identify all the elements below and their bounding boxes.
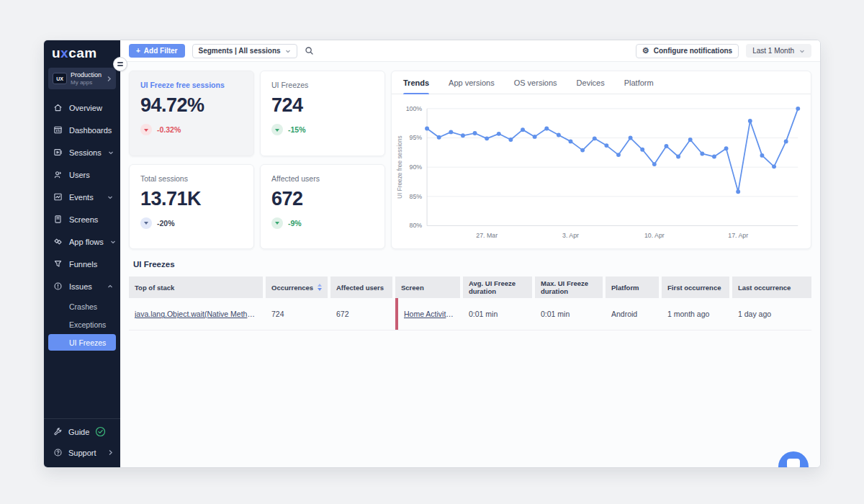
sidebar-item-ui-freezes[interactable]: UI Freezes [48, 334, 116, 351]
metric-value: 672 [271, 188, 374, 210]
sidebar-item-label: Sessions [69, 148, 102, 157]
sidebar: uxcam UX Production - ... My apps Overvi… [44, 40, 120, 467]
metric-card-ui-freezes[interactable]: UI Freezes 724 -15% [260, 71, 385, 156]
metric-value: 94.72% [140, 94, 243, 117]
metric-card-ui-freeze-free-sessions[interactable]: UI Freeze free sessions 94.72% -0.32% [129, 71, 254, 156]
last-occurrence-value: 1 day ago [732, 298, 811, 330]
sidebar-item-events[interactable]: Events [44, 186, 120, 208]
metric-title: Affected users [271, 174, 374, 183]
sidebar-item-screens[interactable]: Screens [44, 208, 120, 230]
sidebar-item-label: App flows [69, 238, 104, 246]
sidebar-item-support[interactable]: Support [44, 442, 120, 463]
column-header-affected-users: Affected users [330, 276, 392, 298]
trend-down-icon [271, 217, 283, 229]
svg-text:UI Freeze free sessions: UI Freeze free sessions [396, 135, 403, 199]
chevron-down-icon [799, 48, 805, 54]
sidebar-item-label: Dashboards [69, 126, 112, 135]
svg-text:100%: 100% [406, 105, 423, 112]
sidebar-item-issues[interactable]: Issues [44, 275, 120, 297]
trend-chart: 100%95%90%85%80%27. Mar3. Apr10. Apr17. … [392, 94, 811, 248]
column-header-last-occurrence: Last occurrence [732, 276, 811, 298]
chevron-up-icon [107, 284, 113, 289]
svg-text:85%: 85% [410, 193, 423, 200]
funnel-icon [53, 259, 63, 269]
affected-users-value: 672 [330, 298, 392, 330]
daterange-selector[interactable]: Last 1 Month [746, 44, 811, 58]
max-duration-value: 0:01 min [535, 298, 603, 330]
column-header-avg-duration: Avg. UI Freeze duration [463, 276, 532, 298]
sidebar-collapse-button[interactable] [113, 57, 127, 71]
metric-delta: -0.32% [157, 125, 181, 134]
sidebar-item-label: Issues [69, 282, 92, 291]
column-header-occurrences[interactable]: Occurrences [266, 276, 328, 298]
chevron-down-icon [108, 150, 114, 156]
users-icon [53, 170, 63, 179]
sidebar-item-guide[interactable]: Guide [44, 421, 120, 442]
sidebar-item-app-flows[interactable]: App flows [44, 230, 120, 253]
sidebar-item-exceptions[interactable]: Exceptions [44, 315, 120, 333]
app-flows-icon [53, 237, 63, 246]
column-header-first-occurrence: First occurrence [662, 276, 729, 298]
sessions-icon [53, 148, 63, 157]
metric-value: 13.71K [140, 188, 243, 210]
column-header-top-of-stack: Top of stack [129, 276, 263, 298]
tab-devices[interactable]: Devices [577, 71, 605, 94]
daterange-label: Last 1 Month [752, 47, 794, 55]
sidebar-item-label: Funnels [69, 260, 97, 269]
chat-icon [787, 459, 800, 467]
table-row: java.lang.Object.wait(Native Method) 724… [129, 298, 811, 330]
metric-title: UI Freezes [271, 81, 374, 89]
dashboard-icon [53, 125, 63, 135]
app-badge: UX [53, 73, 67, 84]
help-circle-icon [53, 448, 63, 457]
configure-notifications-button[interactable]: ⚙ Configure notifications [636, 44, 739, 58]
metric-delta: -20% [157, 219, 175, 228]
uxcam-logo: uxcam [44, 40, 120, 63]
add-filter-button[interactable]: + Add Filter [129, 44, 185, 58]
svg-text:80%: 80% [410, 222, 423, 229]
search-icon[interactable] [305, 46, 314, 55]
tab-platform[interactable]: Platform [624, 71, 654, 94]
segments-selector[interactable]: Segments | All sessions [192, 44, 297, 58]
gear-icon: ⚙ [642, 47, 649, 55]
trend-down-icon [140, 217, 152, 229]
topbar: + Add Filter Segments | All sessions ⚙ C… [120, 40, 820, 62]
home-icon [53, 103, 63, 112]
sidebar-item-label: Support [68, 449, 96, 457]
tab-trends[interactable]: Trends [403, 71, 429, 94]
sidebar-item-sessions[interactable]: Sessions [44, 141, 120, 163]
column-header-platform: Platform [606, 276, 659, 298]
sort-icon[interactable] [318, 284, 322, 291]
sidebar-item-label: Events [69, 193, 94, 202]
chevron-right-icon [108, 449, 113, 456]
ui-freezes-table-section: UI Freezes Top of stack Occurrences Affe… [129, 260, 811, 467]
app-subtitle: My apps [71, 79, 103, 86]
tab-os-versions[interactable]: OS versions [514, 71, 557, 94]
sidebar-item-overview[interactable]: Overview [44, 96, 120, 119]
metric-card-total-sessions[interactable]: Total sessions 13.71K -20% [129, 164, 254, 250]
app-selector[interactable]: UX Production - ... My apps [48, 68, 116, 89]
sidebar-item-crashes[interactable]: Crashes [44, 297, 120, 315]
metric-card-affected-users[interactable]: Affected users 672 -9% [260, 164, 385, 250]
tab-app-versions[interactable]: App versions [449, 71, 495, 94]
logo-text: u [52, 45, 60, 60]
table-title: UI Freezes [133, 260, 811, 269]
sidebar-item-users[interactable]: Users [44, 163, 120, 186]
plus-icon: + [136, 47, 140, 55]
stack-trace-link[interactable]: java.lang.Object.wait(Native Method) [135, 310, 257, 318]
trend-chart-svg: 100%95%90%85%80%27. Mar3. Apr10. Apr17. … [395, 97, 808, 248]
svg-text:17. Apr: 17. Apr [728, 232, 748, 239]
sidebar-subitem-label: Crashes [69, 302, 97, 311]
app-window: uxcam UX Production - ... My apps Overvi… [43, 40, 821, 468]
first-occurrence-value: 1 month ago [662, 298, 729, 330]
sidebar-item-label: Guide [68, 428, 89, 436]
avg-duration-value: 0:01 min [463, 298, 532, 330]
chevron-down-icon [107, 194, 113, 200]
add-filter-label: Add Filter [144, 47, 178, 55]
screen-link[interactable]: Home Activity ... [404, 310, 454, 318]
sidebar-item-funnels[interactable]: Funnels [44, 253, 120, 275]
sidebar-item-dashboards[interactable]: Dashboards [44, 119, 120, 141]
screens-icon [53, 215, 63, 224]
occurrences-value: 724 [266, 298, 328, 330]
logo-x: x [60, 45, 68, 60]
